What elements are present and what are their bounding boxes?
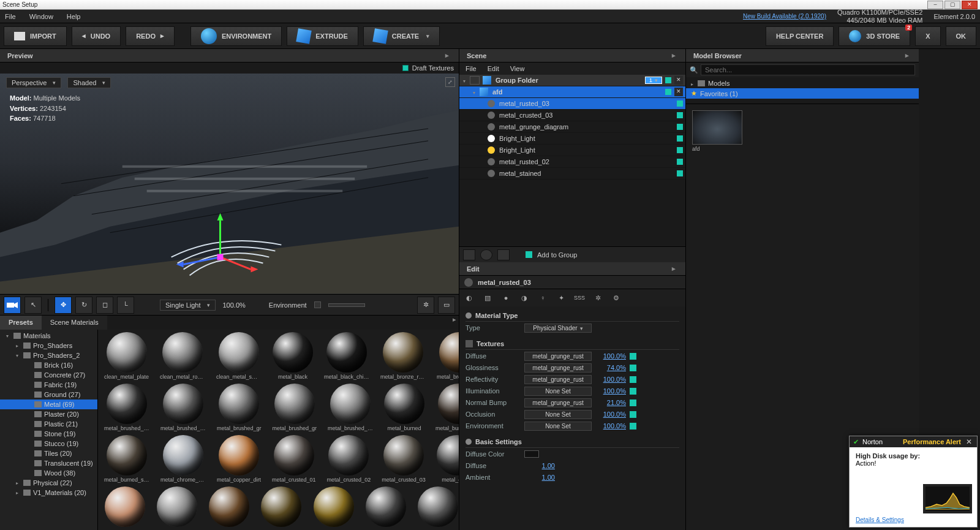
- tree-item[interactable]: Tiles (20): [0, 449, 97, 458]
- norton-close-icon[interactable]: ✕: [965, 437, 973, 446]
- material-tree[interactable]: ▾Materials▸Pro_Shaders▾Pro_Shaders_2Bric…: [0, 330, 98, 530]
- texture-toggle[interactable]: [630, 411, 636, 418]
- tree-item[interactable]: Brick (16): [0, 360, 97, 370]
- texture-toggle[interactable]: [630, 423, 636, 430]
- camera-mode-dropdown[interactable]: Perspective: [6, 77, 61, 88]
- channel-illum-icon[interactable]: ♀: [537, 292, 549, 304]
- material-preset[interactable]: clean_metal_smoo: [216, 332, 262, 380]
- material-preset[interactable]: metal_brushed_gr: [273, 384, 317, 431]
- material-preset[interactable]: metal_brushed_pla: [328, 384, 373, 431]
- draft-textures-checkbox[interactable]: [402, 65, 409, 71]
- tree-item[interactable]: Fabric (19): [0, 380, 97, 390]
- diffuse-value[interactable]: 1.00: [524, 462, 555, 469]
- tree-item[interactable]: Stone (19): [0, 429, 97, 439]
- material-preset[interactable]: metal_burned: [384, 384, 424, 431]
- material-preset[interactable]: [418, 486, 459, 528]
- material-preset[interactable]: metal_crusted_02: [327, 435, 371, 483]
- 3d-store-button[interactable]: 3D STORE 2: [839, 26, 910, 46]
- material-preset[interactable]: [261, 486, 302, 528]
- menu-file[interactable]: File: [5, 13, 16, 20]
- scene-item-row[interactable]: Bright_Light: [459, 133, 685, 145]
- material-preset[interactable]: metal_crusted_01: [272, 435, 316, 483]
- texture-map-button[interactable]: None Set: [524, 410, 592, 419]
- material-preset[interactable]: metal_crusted_03: [382, 435, 426, 483]
- diffuse-color-swatch[interactable]: [524, 450, 539, 458]
- environment-button[interactable]: ENVIRONMENT: [190, 26, 282, 46]
- texture-percent[interactable]: 100.0%: [595, 352, 626, 360]
- texture-toggle[interactable]: [630, 399, 636, 406]
- material-grid[interactable]: clean_metal_plateclean_metal_roughclean_…: [98, 330, 459, 530]
- texture-toggle[interactable]: [630, 376, 636, 383]
- material-preset[interactable]: [313, 486, 354, 528]
- extrude-button[interactable]: EXTRUDE: [287, 26, 358, 46]
- scale-tool[interactable]: ◻: [96, 297, 113, 314]
- visibility-toggle[interactable]: [677, 159, 683, 165]
- visibility-toggle[interactable]: [677, 112, 683, 118]
- light-percentage[interactable]: 100.0%: [219, 301, 249, 309]
- preview-collapse-arrow[interactable]: ▸: [443, 51, 451, 59]
- material-preset[interactable]: metal_bronze_rust: [437, 332, 459, 380]
- scene-menu-edit[interactable]: Edit: [488, 65, 499, 72]
- channel-light-icon[interactable]: ✦: [555, 292, 567, 304]
- texture-percent[interactable]: 100.0%: [595, 387, 626, 395]
- help-center-button[interactable]: HELP CENTER: [766, 26, 834, 46]
- rotate-tool[interactable]: ↻: [75, 297, 92, 314]
- tab-scene-materials[interactable]: Scene Materials: [42, 316, 107, 330]
- group-visibility-toggle[interactable]: [665, 77, 671, 83]
- channel-env-icon[interactable]: ✲: [592, 292, 604, 304]
- tree-item[interactable]: Translucent (19): [0, 458, 97, 468]
- environment-checkbox[interactable]: [314, 301, 321, 308]
- menu-window[interactable]: Window: [29, 13, 53, 20]
- scene-afd-row[interactable]: afd ✕: [459, 86, 685, 98]
- browser-favorites-item[interactable]: ★ Favorites (1): [686, 88, 919, 99]
- shading-mode-dropdown[interactable]: Shaded: [67, 77, 111, 88]
- channel-basic-icon[interactable]: ◐: [463, 292, 475, 304]
- menu-help[interactable]: Help: [67, 13, 81, 20]
- material-preset[interactable]: clean_metal_rough: [160, 332, 205, 380]
- tree-item[interactable]: Concrete (27): [0, 370, 97, 380]
- texture-map-button[interactable]: metal_grunge_rust: [524, 352, 592, 361]
- channel-reflect-icon[interactable]: ●: [500, 292, 512, 304]
- texture-percent[interactable]: 100.0%: [595, 422, 626, 430]
- afd-delete[interactable]: ✕: [674, 88, 683, 96]
- tree-item[interactable]: ▸Pro_Shaders: [0, 341, 97, 350]
- scene-add-icon[interactable]: [463, 249, 475, 260]
- channel-settings-icon[interactable]: ⚙: [610, 292, 622, 304]
- 3d-viewport[interactable]: Perspective Shaded Model: Multiple Model…: [0, 74, 459, 294]
- anchor-tool[interactable]: └: [117, 297, 134, 314]
- channel-shadow-icon[interactable]: ◑: [518, 292, 530, 304]
- tree-item[interactable]: ▾Pro_Shaders_2: [0, 350, 97, 360]
- tree-item[interactable]: Plaster (20): [0, 409, 97, 419]
- visibility-toggle[interactable]: [677, 147, 683, 153]
- material-preset[interactable]: [156, 486, 197, 528]
- window-close[interactable]: ✕: [962, 1, 978, 9]
- scene-menu-file[interactable]: File: [466, 65, 477, 72]
- material-type-header[interactable]: Material Type: [466, 310, 679, 322]
- texture-toggle[interactable]: [630, 365, 636, 371]
- scene-light-icon[interactable]: [480, 249, 492, 260]
- norton-details-link[interactable]: Details & Settings: [856, 517, 904, 523]
- visibility-toggle[interactable]: [677, 100, 683, 107]
- tree-item[interactable]: ▸Physical (22): [0, 478, 97, 488]
- material-preset[interactable]: metal_brushed_gr: [217, 384, 262, 431]
- scene-item-row[interactable]: metal_rusted_02: [459, 156, 685, 168]
- scene-group-row[interactable]: Group Folder 1 ✕: [459, 75, 685, 86]
- material-preset[interactable]: clean_metal_plate: [104, 332, 149, 380]
- channel-sss-icon[interactable]: SSS: [573, 292, 586, 304]
- browser-tree[interactable]: Models ★ Favorites (1): [686, 77, 919, 100]
- material-preset[interactable]: metal_black: [273, 332, 313, 380]
- search-input[interactable]: [701, 64, 915, 75]
- redo-button[interactable]: REDO▸: [126, 26, 175, 46]
- cancel-x-button[interactable]: X: [915, 26, 940, 46]
- tab-presets[interactable]: Presets: [0, 316, 42, 330]
- texture-percent[interactable]: 74.0%: [595, 364, 626, 371]
- edit-body[interactable]: Material Type Type Physical Shader Textu…: [459, 306, 685, 530]
- material-preset[interactable]: metal_chrome_dirt: [160, 435, 206, 483]
- ok-button[interactable]: OK: [946, 26, 977, 46]
- texture-percent[interactable]: 100.0%: [595, 376, 626, 383]
- tree-item[interactable]: Metal (69): [0, 399, 97, 409]
- scene-collapse-arrow[interactable]: ▸: [669, 51, 678, 59]
- tree-item[interactable]: ▾Materials: [0, 331, 97, 341]
- tree-item[interactable]: Wood (38): [0, 468, 97, 478]
- texture-percent[interactable]: 100.0%: [595, 411, 626, 418]
